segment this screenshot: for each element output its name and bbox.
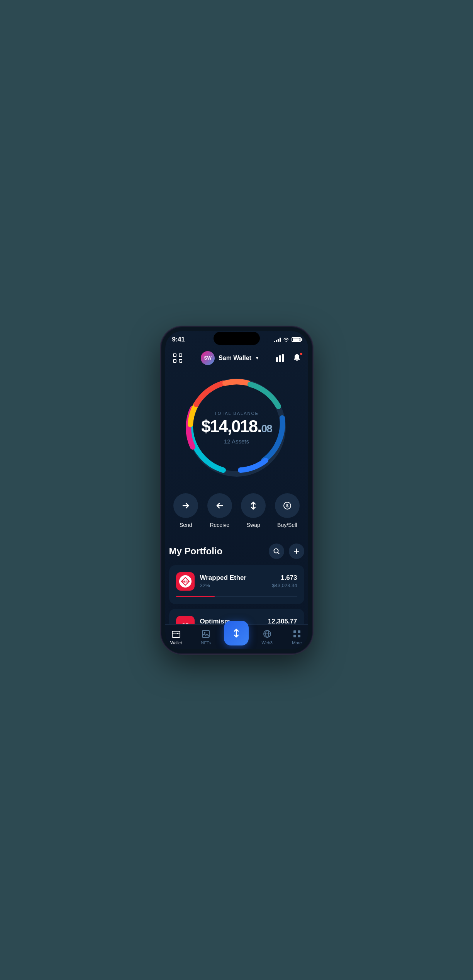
weth-name: Wrapped Ether [200, 574, 267, 582]
wifi-icon [283, 337, 289, 342]
svg-rect-1 [179, 354, 182, 357]
portfolio-actions [269, 544, 304, 559]
receive-circle [207, 493, 232, 518]
scan-button[interactable] [171, 351, 185, 365]
center-swap-icon [231, 628, 242, 639]
center-action-button[interactable] [224, 621, 249, 645]
header-right-actions [275, 353, 302, 363]
svg-point-27 [204, 632, 205, 634]
svg-rect-8 [279, 355, 281, 362]
receive-button[interactable]: Receive [207, 493, 232, 528]
svg-rect-33 [298, 630, 300, 633]
nfts-icon [201, 629, 210, 639]
svg-rect-35 [298, 635, 300, 637]
action-buttons: Send Receive [161, 493, 312, 544]
more-nav-icon [292, 629, 302, 639]
weth-info: Wrapped Ether 32% [200, 574, 267, 588]
balance-amount: $14,018.08 [201, 418, 271, 435]
svg-rect-2 [173, 360, 176, 362]
search-icon [273, 548, 280, 555]
globe-icon [263, 629, 272, 639]
svg-rect-24 [172, 631, 180, 637]
send-circle [173, 493, 198, 518]
svg-rect-9 [282, 354, 284, 362]
svg-rect-32 [293, 630, 296, 633]
scan-icon [172, 353, 183, 363]
phone-frame: 9:41 [161, 327, 312, 653]
buysell-circle: $ [275, 493, 300, 518]
swap-button[interactable]: Swap [241, 493, 266, 528]
asset-row-weth: WETH Wrapped Ether 32% 1.673 $43,023.34 [176, 572, 297, 591]
signal-bar-1 [274, 341, 275, 342]
portfolio-title: My Portfolio [169, 546, 223, 557]
swap-icon [249, 501, 258, 510]
wallet-name: Sam Wallet [219, 355, 251, 362]
signal-bar-2 [276, 340, 277, 342]
nav-more[interactable]: More [285, 629, 309, 645]
svg-rect-0 [173, 354, 176, 357]
receive-label: Receive [210, 522, 229, 528]
weth-values: 1.673 $43,023.34 [272, 574, 297, 588]
balance-cents: 08 [261, 422, 272, 434]
bottom-nav: Wallet NFTs [161, 624, 312, 653]
add-icon [293, 548, 300, 555]
svg-text:WETH: WETH [181, 580, 189, 583]
nfts-nav-label: NFTs [201, 640, 211, 645]
chevron-down-icon: ▾ [256, 355, 258, 361]
battery-icon [292, 337, 301, 342]
nav-web3[interactable]: Web3 [256, 629, 279, 645]
search-button[interactable] [269, 544, 284, 559]
balance-display: TOTAL BALANCE $14,018.08 12 Assets [201, 411, 271, 444]
weth-usd: $43,023.34 [272, 583, 297, 588]
chart-button[interactable] [275, 353, 285, 363]
svg-line-17 [278, 552, 279, 554]
send-icon [181, 501, 190, 510]
signal-bar-3 [278, 339, 279, 342]
web3-nav-label: Web3 [261, 640, 273, 645]
battery-fill [293, 338, 300, 341]
avatar: SW [201, 351, 215, 365]
weth-inner-logo: WETH [179, 575, 192, 588]
signal-bars-icon [274, 337, 281, 342]
wallet-icon [171, 629, 181, 639]
status-time: 9:41 [172, 336, 185, 343]
portfolio-header: My Portfolio [169, 544, 304, 559]
nfts-nav-icon [201, 629, 211, 639]
balance-assets-count: 12 Assets [201, 438, 271, 444]
send-button[interactable]: Send [173, 493, 198, 528]
svg-rect-34 [293, 635, 296, 637]
grid-icon [292, 629, 302, 639]
nav-center[interactable] [224, 628, 249, 645]
web3-nav-icon [262, 629, 272, 639]
buysell-button[interactable]: $ Buy/Sell [275, 493, 300, 528]
bar-chart-icon [275, 353, 285, 363]
swap-label: Swap [247, 522, 260, 528]
svg-text:$: $ [286, 503, 288, 508]
weth-logo: WETH [176, 572, 195, 591]
dynamic-island [214, 332, 260, 345]
weth-bar-fill [176, 596, 215, 597]
balance-label: TOTAL BALANCE [201, 411, 271, 415]
buysell-icon: $ [283, 501, 292, 510]
wallet-selector[interactable]: SW Sam Wallet ▾ [201, 351, 258, 365]
svg-rect-26 [202, 630, 209, 637]
more-nav-label: More [292, 640, 302, 645]
balance-main: $14,018. [201, 416, 261, 435]
weth-amount: 1.673 [272, 574, 297, 582]
balance-ring: TOTAL BALANCE $14,018.08 12 Assets [183, 374, 291, 482]
screen: 9:41 [161, 327, 312, 653]
receive-icon [215, 501, 224, 510]
status-icons [274, 337, 301, 342]
swap-circle [241, 493, 266, 518]
nav-nfts[interactable]: NFTs [194, 629, 217, 645]
weth-bar-container [176, 596, 297, 597]
asset-card-weth[interactable]: WETH Wrapped Ether 32% 1.673 $43,023.34 [169, 565, 304, 604]
add-asset-button[interactable] [289, 544, 304, 559]
nav-wallet[interactable]: Wallet [164, 629, 188, 645]
send-label: Send [180, 522, 192, 528]
weth-percent: 32% [200, 583, 267, 588]
balance-section: TOTAL BALANCE $14,018.08 12 Assets [161, 370, 312, 493]
buysell-label: Buy/Sell [277, 522, 297, 528]
svg-rect-7 [276, 357, 278, 362]
notifications-button[interactable] [292, 353, 302, 363]
